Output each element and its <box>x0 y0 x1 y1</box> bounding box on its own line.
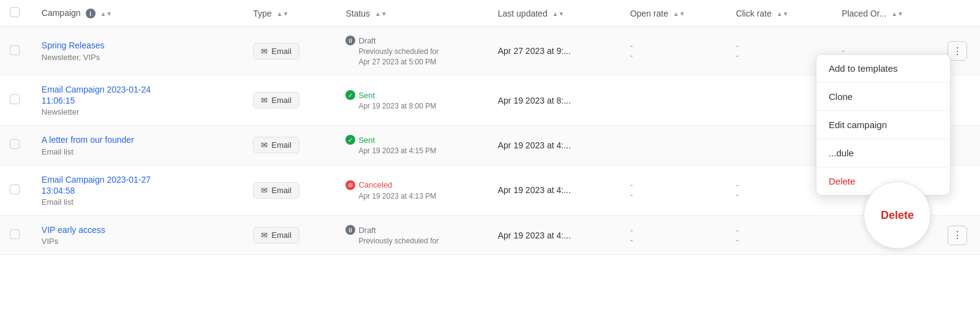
last-updated-value: Apr 19 2023 at 4:... <box>498 230 571 240</box>
campaign-info-icon[interactable]: i <box>86 9 96 18</box>
status-detail-2: Apr 27 2023 at 5:00 PM <box>358 58 478 66</box>
type-label: Email <box>271 186 292 195</box>
row-checkbox-4[interactable] <box>10 185 20 194</box>
status-row: ⊘ Canceled <box>345 180 478 190</box>
type-badge: ✉ Email <box>253 182 300 199</box>
delete-circle-button[interactable]: Delete <box>864 181 931 249</box>
campaign-name[interactable]: Spring Releases <box>42 40 233 51</box>
open-rate-value: - <box>630 180 633 190</box>
campaign-name[interactable]: VIP early access <box>42 224 233 235</box>
open-rate-value-2: - <box>630 190 633 200</box>
status-wrap: ✓ Sent Apr 19 2023 at 8:00 PM <box>345 90 478 110</box>
open-rate-value-2: - <box>630 235 633 245</box>
status-row: ✓ Sent <box>345 90 478 100</box>
status-row: ✓ Sent <box>345 135 478 145</box>
row-checkbox-1[interactable] <box>10 45 20 55</box>
status-wrap: ⊘ Canceled Apr 19 2023 at 4:13 PM <box>345 180 478 200</box>
type-label: Email <box>271 230 292 240</box>
placed-orders-sort-icon[interactable]: ▲▼ <box>891 10 903 17</box>
column-header-status[interactable]: Status ▲▼ <box>336 0 488 27</box>
column-header-placed-orders[interactable]: Placed Or... ▲▼ <box>832 0 938 27</box>
last-updated-value: Apr 19 2023 at 4:... <box>498 185 571 195</box>
select-all-checkbox[interactable] <box>10 7 20 17</box>
status-dot: ⏸ <box>345 36 355 45</box>
column-header-last-updated[interactable]: Last updated ▲▼ <box>488 0 620 27</box>
last-updated-value: Apr 19 2023 at 8:... <box>498 96 571 105</box>
status-row: ⏸ Draft <box>345 225 478 235</box>
open-rate-value-2: - <box>630 51 633 61</box>
status-detail: Apr 19 2023 at 8:00 PM <box>358 102 478 110</box>
click-rate-column-label: Click rate <box>736 9 771 18</box>
campaign-subtitle: Newsletter <box>42 107 233 116</box>
type-badge: ✉ Email <box>253 137 300 153</box>
context-menu-item-clone[interactable]: Clone <box>816 83 950 111</box>
status-label: Sent <box>358 135 375 145</box>
click-rate-value: - <box>736 180 739 190</box>
row-checkbox-5[interactable] <box>10 229 20 239</box>
campaign-sort-icon[interactable]: ▲▼ <box>100 10 112 17</box>
select-all-header <box>0 0 32 27</box>
context-menu-item-reschedule[interactable]: ...dule <box>816 139 950 167</box>
status-label: Canceled <box>358 180 392 189</box>
mail-icon: ✉ <box>261 186 268 195</box>
status-label: Draft <box>358 36 375 45</box>
row-actions-button[interactable]: ⋮ <box>948 41 967 61</box>
last-updated-value: Apr 19 2023 at 4:... <box>498 140 571 150</box>
status-detail: Previously scheduled for <box>358 47 478 56</box>
status-dot: ⊘ <box>345 180 355 190</box>
type-label: Email <box>271 47 292 56</box>
type-badge: ✉ Email <box>253 43 300 59</box>
last-updated-column-label: Last updated <box>498 9 548 18</box>
click-rate-value-2: - <box>736 190 739 200</box>
placed-orders-column-label: Placed Or... <box>842 9 886 18</box>
campaign-subtitle: Email list <box>42 197 233 207</box>
row-checkbox-3[interactable] <box>10 139 20 149</box>
status-dot: ✓ <box>345 90 355 100</box>
status-detail: Apr 19 2023 at 4:13 PM <box>358 192 478 200</box>
campaign-column-label: Campaign <box>42 8 81 18</box>
table-row: VIP early accessVIPs ✉ Email ⏸ Draft Pre… <box>0 215 980 254</box>
status-wrap: ⏸ Draft Previously scheduled for <box>345 225 478 245</box>
click-rate-value: - <box>736 226 739 235</box>
status-detail: Apr 19 2023 at 4:15 PM <box>358 147 478 155</box>
status-label: Sent <box>358 91 375 100</box>
column-header-actions <box>938 0 980 27</box>
open-rate-value: - <box>630 41 633 51</box>
context-menu: Add to templates Clone Edit campaign ...… <box>816 54 951 196</box>
column-header-campaign[interactable]: Campaign i ▲▼ <box>32 0 243 27</box>
last-updated-value: Apr 27 2023 at 9:... <box>498 46 571 56</box>
column-header-open-rate[interactable]: Open rate ▲▼ <box>620 0 726 27</box>
mail-icon: ✉ <box>261 47 268 56</box>
type-sort-icon[interactable]: ▲▼ <box>277 10 289 17</box>
click-rate-value-2: - <box>736 51 739 61</box>
click-rate-sort-icon[interactable]: ▲▼ <box>777 10 789 17</box>
type-label: Email <box>271 96 292 105</box>
status-wrap: ✓ Sent Apr 19 2023 at 4:15 PM <box>345 135 478 155</box>
context-menu-item-add-to-templates[interactable]: Add to templates <box>816 55 950 83</box>
type-badge: ✉ Email <box>253 92 300 109</box>
row-actions-button[interactable]: ⋮ <box>948 226 967 245</box>
status-column-label: Status <box>345 9 370 18</box>
campaign-name[interactable]: Email Campaign 2023-01-2411:06:15 <box>42 84 233 106</box>
campaign-subtitle: Email list <box>42 147 233 156</box>
row-checkbox-2[interactable] <box>10 94 20 104</box>
open-rate-column-label: Open rate <box>630 9 668 18</box>
context-menu-item-edit-campaign[interactable]: Edit campaign <box>816 111 950 139</box>
campaign-name[interactable]: Email Campaign 2023-01-2713:04:58 <box>42 174 233 196</box>
type-column-label: Type <box>253 9 271 18</box>
mail-icon: ✉ <box>261 140 268 150</box>
click-rate-value: - <box>736 41 739 51</box>
table-header-row: Campaign i ▲▼ Type ▲▼ Status ▲▼ Last upd… <box>0 0 980 27</box>
campaign-subtitle: Newsletter, VIPs <box>42 53 233 62</box>
campaigns-table-container: Campaign i ▲▼ Type ▲▼ Status ▲▼ Last upd… <box>0 0 980 255</box>
type-badge: ✉ Email <box>253 227 300 243</box>
status-label: Draft <box>358 226 375 235</box>
open-rate-sort-icon[interactable]: ▲▼ <box>673 10 685 17</box>
status-row: ⏸ Draft <box>345 36 478 45</box>
column-header-click-rate[interactable]: Click rate ▲▼ <box>726 0 832 27</box>
last-updated-sort-icon[interactable]: ▲▼ <box>552 10 565 17</box>
campaign-name[interactable]: A letter from our founder <box>42 134 233 145</box>
status-sort-icon[interactable]: ▲▼ <box>375 10 387 17</box>
column-header-type[interactable]: Type ▲▼ <box>243 0 336 27</box>
mail-icon: ✉ <box>261 230 268 240</box>
